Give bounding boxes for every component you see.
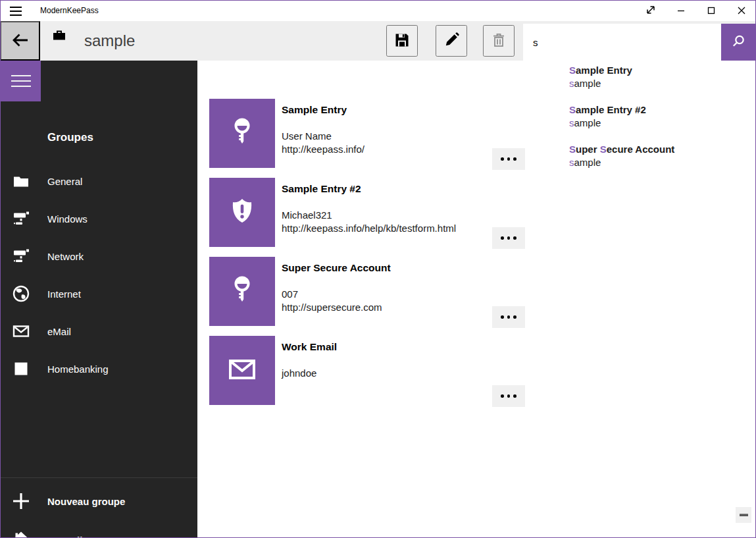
suggestion-subtitle: sample	[569, 117, 601, 130]
home-icon	[12, 531, 30, 538]
delete-button[interactable]	[483, 25, 515, 57]
entry-url: http://keepass.info/help/kb/testform.htm…	[282, 222, 456, 235]
sidebar-heading: Groupes	[47, 131, 93, 144]
sidebar-item-windows[interactable]: Windows	[1, 200, 197, 237]
maximize-button[interactable]	[696, 1, 726, 21]
suggestion-title: Sample Entry #2	[569, 103, 646, 117]
entry-row: Work Email johndoe	[209, 336, 729, 407]
suggestion-subtitle: sample	[569, 77, 601, 90]
entry-tile[interactable]	[209, 257, 275, 326]
sidebar-item-label: Network	[47, 250, 84, 261]
app-window: ModernKeePass sample	[0, 0, 756, 538]
back-arrow-icon	[11, 30, 30, 52]
entry-username: 007	[282, 288, 298, 301]
sidebar-item-label: General	[47, 175, 82, 186]
back-button[interactable]	[0, 21, 40, 61]
ellipsis-icon	[501, 315, 504, 319]
folder-icon	[12, 172, 30, 190]
entry-more-button[interactable]	[492, 385, 525, 407]
hamburger-button[interactable]	[1, 61, 41, 101]
ellipsis-icon	[501, 157, 504, 161]
database-icon	[53, 30, 66, 43]
entry-more-button[interactable]	[492, 306, 525, 328]
minus-icon	[740, 514, 748, 516]
fullscreen-button[interactable]	[636, 1, 666, 21]
suggestion-item[interactable]: Sample Entry sample	[561, 64, 752, 99]
sidebar-item-label: Windows	[47, 213, 88, 224]
search-input[interactable]	[523, 24, 721, 61]
suggestion-title: Sample Entry	[569, 64, 632, 77]
sidebar-item-label: Homebanking	[47, 363, 109, 374]
envelope-icon	[12, 322, 30, 340]
square-icon	[12, 360, 30, 378]
close-button[interactable]	[726, 1, 756, 21]
sidebar-item-email[interactable]: eMail	[1, 312, 197, 350]
entry-more-button[interactable]	[492, 227, 525, 249]
sidebar-item-network[interactable]: Network	[1, 237, 197, 275]
sidebar-item-new-group[interactable]: Nouveau groupe	[1, 482, 197, 520]
entry-title: Sample Entry #2	[282, 183, 361, 195]
database-title: sample	[84, 21, 135, 61]
entry-row: Sample Entry #2 Michael321 http://keepas…	[209, 178, 729, 249]
plus-icon	[12, 492, 30, 510]
save-button[interactable]	[386, 25, 418, 57]
sidebar-item-homebanking[interactable]: Homebanking	[1, 350, 197, 387]
sidebar-separator	[1, 477, 197, 478]
ellipsis-icon	[501, 236, 504, 240]
suggestion-item[interactable]: Super Secure Account sample	[561, 143, 752, 178]
sidebar-item-label: Accueil	[47, 534, 82, 538]
entry-title: Work Email	[282, 341, 337, 353]
sidebar-item-label: Nouveau groupe	[47, 495, 125, 506]
search-button[interactable]	[721, 24, 755, 61]
diagonal-arrows-icon	[643, 3, 658, 20]
zoom-out-button[interactable]	[736, 507, 751, 523]
sidebar-item-label: eMail	[47, 325, 71, 336]
entry-username: Michael321	[282, 209, 332, 222]
entry-tile[interactable]	[209, 178, 275, 247]
entry-row: Super Secure Account 007 http://supersec…	[209, 257, 729, 328]
titlebar: ModernKeePass	[1, 1, 755, 21]
minimize-button[interactable]	[666, 1, 696, 21]
entry-url: http://supersecure.com	[282, 301, 382, 314]
entry-title: Sample Entry	[282, 104, 347, 116]
ellipsis-icon	[501, 394, 504, 398]
globe-icon	[12, 284, 30, 303]
entry-username: johndoe	[282, 367, 316, 380]
entry-url: http://keepass.info/	[282, 143, 365, 156]
app-title: ModernKeePass	[40, 1, 99, 21]
search-box	[523, 24, 721, 61]
sidebar-item-internet[interactable]: Internet	[1, 275, 197, 312]
sidebar-item-general[interactable]: General	[1, 162, 197, 200]
entry-tile[interactable]	[209, 336, 275, 405]
sidebar-item-label: Internet	[47, 288, 81, 299]
trash-icon	[491, 32, 507, 50]
sidebar-item-home[interactable]: Accueil	[1, 521, 197, 538]
suggestion-subtitle: sample	[569, 156, 601, 169]
sidebar: Groupes General Windows Network Internet	[1, 61, 197, 537]
network-icon	[12, 247, 30, 265]
entry-more-button[interactable]	[492, 148, 525, 170]
maximize-icon	[707, 5, 715, 17]
minimize-icon	[677, 5, 685, 17]
entry-title: Super Secure Account	[282, 262, 391, 274]
key-icon	[226, 117, 258, 151]
pencil-icon	[443, 32, 459, 50]
search-icon	[731, 34, 745, 51]
envelope-icon	[226, 354, 258, 388]
entry-tile[interactable]	[209, 99, 275, 168]
suggestion-item[interactable]: Sample Entry #2 sample	[561, 103, 752, 139]
edit-button[interactable]	[436, 25, 467, 57]
close-icon	[738, 5, 745, 17]
entry-username: User Name	[282, 130, 332, 143]
titlebar-menu-icon[interactable]	[10, 7, 22, 16]
shield-exclamation-icon	[226, 196, 258, 230]
suggestion-title: Super Secure Account	[569, 143, 674, 156]
network-icon	[12, 209, 30, 228]
save-icon	[394, 32, 410, 50]
key-icon	[226, 275, 258, 309]
